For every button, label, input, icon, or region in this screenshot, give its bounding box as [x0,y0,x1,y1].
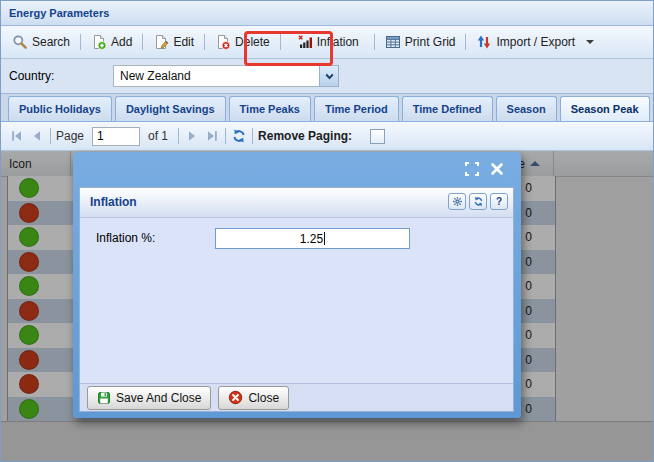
prev-page-icon [29,128,45,144]
refresh-icon [231,128,247,144]
energy-parameters-window: Energy Parameters Search Add Edit Delete… [0,0,654,462]
tab-time-defined[interactable]: Time Defined [402,96,493,121]
toolbar-separator [465,34,466,50]
print-grid-icon [385,34,401,50]
print-grid-button-label: Print Grid [405,35,456,49]
tab-strip: Public Holidays Daylight Savings Time Pe… [1,94,653,122]
last-page-button[interactable] [202,126,222,146]
close-icon [490,162,504,176]
page-of-label: of 1 [148,129,168,143]
import-export-button-label: Import / Export [496,35,575,49]
add-button-label: Add [111,35,132,49]
toolbar-separator [252,128,253,144]
tab-season-peak[interactable]: Season Peak [560,96,650,121]
inflation-dialog: Inflation ? Inflation %: 1.25 [73,152,521,418]
toolbar-separator [204,34,205,50]
toolbar-separator [178,128,179,144]
help-button[interactable]: ? [490,193,508,210]
page-label: Page [56,129,84,143]
search-icon [12,34,28,50]
dialog-body: Inflation %: 1.25 [80,218,513,384]
maximize-icon [465,162,479,176]
add-button[interactable]: Add [84,30,139,54]
gear-icon [452,196,463,207]
country-combobox-value[interactable]: New Zealand [113,65,319,87]
remove-paging-checkbox[interactable] [370,129,385,144]
next-page-icon [184,128,200,144]
refresh-button[interactable] [229,126,249,146]
tab-time-period[interactable]: Time Period [314,96,399,121]
tab-public-holidays[interactable]: Public Holidays [8,96,112,121]
inflation-highlight-annotation [244,31,333,66]
close-button[interactable]: Close [218,386,289,410]
import-export-menu-caret-icon [586,40,594,44]
next-page-button[interactable] [182,126,202,146]
country-combobox[interactable]: New Zealand [113,65,339,87]
page-input[interactable] [92,127,140,146]
add-icon [91,34,107,50]
window-titlebar: Energy Parameters [1,1,653,26]
maximize-button[interactable] [464,161,479,176]
import-export-button[interactable]: Import / Export [469,30,601,54]
delete-icon [215,34,231,50]
refresh-icon [473,196,484,207]
settings-button[interactable] [448,193,466,210]
dialog-panel: Inflation ? Inflation %: 1.25 [79,187,514,412]
close-label: Close [248,391,279,405]
remove-paging-label: Remove Paging: [258,129,352,143]
edit-button-label: Edit [173,35,194,49]
page-title: Energy Parameters [9,7,109,19]
toolbar-separator [225,128,226,144]
refresh-dialog-button[interactable] [469,193,487,210]
country-combobox-trigger[interactable] [319,65,339,87]
import-export-icon [476,34,492,50]
inflation-input-value: 1.25 [300,232,323,246]
text-cursor [324,232,325,245]
search-button-label: Search [32,35,70,49]
tab-time-peaks[interactable]: Time Peaks [229,96,311,121]
dialog-header-tools: ? [448,193,508,210]
save-icon [97,391,111,405]
toolbar-separator [80,34,81,50]
dialog-window-tools [464,161,504,176]
help-glyph: ? [496,196,502,207]
edit-icon [153,34,169,50]
search-button[interactable]: Search [5,30,77,54]
paging-toolbar: Page of 1 Remove Paging: [1,122,653,151]
prev-page-button[interactable] [27,126,47,146]
inflation-input[interactable]: 1.25 [215,228,410,249]
tab-daylight-savings[interactable]: Daylight Savings [115,96,226,121]
edit-button[interactable]: Edit [146,30,201,54]
close-circle-icon [228,390,243,405]
country-label: Country: [9,69,113,83]
tab-season[interactable]: Season [496,96,557,121]
toolbar-separator [374,34,375,50]
last-page-icon [204,128,220,144]
first-page-button[interactable] [7,126,27,146]
print-grid-button[interactable]: Print Grid [378,30,463,54]
dialog-footer: Save And Close Close [80,383,513,411]
save-and-close-button[interactable]: Save And Close [87,386,211,410]
first-page-icon [9,128,25,144]
toolbar-separator [142,34,143,50]
chevron-down-icon [325,73,334,80]
toolbar-separator [50,128,51,144]
inflation-field-label: Inflation %: [96,228,155,249]
dialog-header: Inflation ? [80,188,513,218]
save-and-close-label: Save And Close [116,391,201,405]
close-window-button[interactable] [489,161,504,176]
